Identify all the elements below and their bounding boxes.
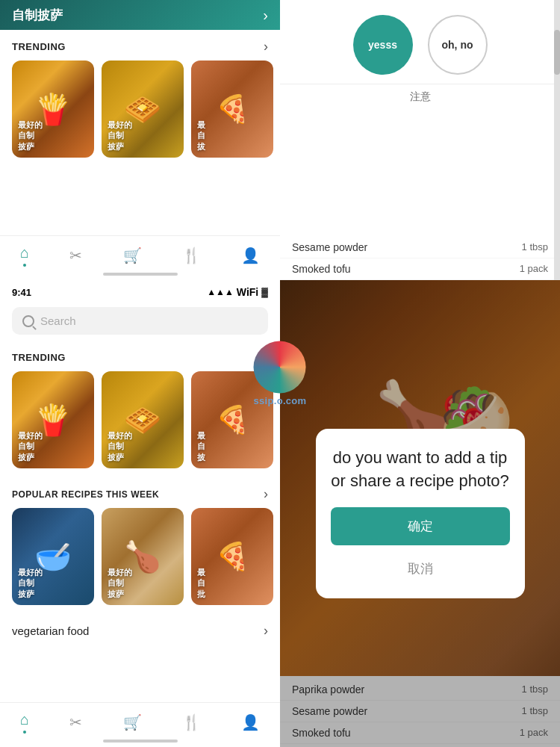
- trending-header: TRENDING ›: [0, 30, 280, 61]
- profile-icon-bl: 👤: [241, 713, 260, 731]
- trending-arrow[interactable]: ›: [264, 39, 268, 55]
- status-time: 9:41: [12, 287, 31, 298]
- nav-home[interactable]: ⌂: [20, 244, 29, 267]
- trending-card-3-label: 最自拔: [197, 120, 205, 152]
- popular-card-3[interactable]: 最自批: [191, 508, 273, 605]
- vegetarian-header: vegetarian food ›: [0, 614, 280, 645]
- home-indicator-bl: [103, 740, 178, 743]
- ingredient-list-tr: Sesame powder 1 tbsp Smoked tofu 1 pack: [280, 237, 560, 280]
- trending-arrow-bl[interactable]: ›: [264, 350, 268, 365]
- recipe-title: 自制披萨: [12, 7, 63, 24]
- nav-profile-bl[interactable]: 👤: [241, 713, 260, 731]
- trending-card-bl-2-label: 最好的自制披萨: [108, 430, 132, 462]
- battery-icon: ▓: [261, 287, 268, 297]
- popular-card-1[interactable]: 最好的自制披萨: [12, 508, 94, 605]
- bottom-right-quadrant: Paprika powder 1 tbsp Sesame powder 1 tb…: [280, 280, 560, 747]
- status-bar: 9:41 ▲▲▲ WiFi ▓: [0, 280, 280, 301]
- bottom-left-quadrant: 9:41 ▲▲▲ WiFi ▓ Search TRENDING › 最好的自制披…: [0, 280, 280, 747]
- nav-home-bl[interactable]: ⌂: [20, 711, 29, 734]
- basket-icon: 🛒: [123, 247, 142, 264]
- yesss-button[interactable]: yesss: [353, 15, 413, 75]
- tip-dialog: do you want to add a tip or share a reci…: [316, 429, 525, 599]
- ingredient-item-2: Smoked tofu 1 pack: [280, 258, 560, 280]
- vegetarian-label: vegetarian food: [12, 624, 89, 637]
- recipe-photo-bg: Paprika powder 1 tbsp Sesame powder 1 tb…: [280, 280, 560, 747]
- profile-icon: 👤: [241, 247, 260, 264]
- app-screen-bl: 9:41 ▲▲▲ WiFi ▓ Search TRENDING › 最好的自制披…: [0, 280, 280, 747]
- confirm-button[interactable]: 确定: [331, 507, 510, 545]
- popular-label: POPULAR RECIPES THIS week: [12, 489, 159, 500]
- fork-icon: 🍴: [182, 247, 201, 264]
- vegetarian-arrow[interactable]: ›: [264, 623, 268, 639]
- home-indicator: [103, 273, 178, 276]
- nav-active-dot: [23, 264, 26, 267]
- trending-card-bl-1-label: 最好的自制披萨: [18, 430, 43, 462]
- search-bar[interactable]: Search: [12, 307, 268, 335]
- trending-card-bl-1[interactable]: 最好的自制披萨: [12, 371, 94, 468]
- dialog-title: do you want to add a tip or share a reci…: [331, 447, 510, 493]
- home-icon: ⌂: [20, 244, 29, 261]
- nav-fork[interactable]: 🍴: [182, 247, 201, 264]
- trending-label-bl: TRENDING: [12, 352, 66, 363]
- ingredient-name-2: Smoked tofu: [292, 263, 351, 275]
- scissors-icon-bl: ✂: [69, 713, 82, 731]
- trending-cards-bl: 最好的自制披萨 最好的自制披萨 最自披: [0, 371, 280, 468]
- trending-card-3[interactable]: 最自拔: [191, 61, 273, 158]
- popular-card-3-label: 最自批: [197, 567, 205, 599]
- trending-card-2-label: 最好的自制披萨: [108, 120, 132, 152]
- popular-card-2-label: 最好的自制披萨: [108, 567, 132, 599]
- nav-basket[interactable]: 🛒: [123, 247, 142, 264]
- basket-icon-bl: 🛒: [123, 713, 142, 731]
- trending-card-1[interactable]: 最好的自制披萨: [12, 61, 94, 158]
- nav-scissors[interactable]: ✂: [69, 247, 82, 264]
- ingredient-item-1: Sesame powder 1 tbsp: [280, 237, 560, 258]
- trending-header-bl: TRENDING ›: [0, 341, 280, 371]
- fork-icon-bl: 🍴: [182, 713, 201, 731]
- cancel-button[interactable]: 取消: [331, 551, 510, 586]
- top-right-quadrant: yesss oh, no 注意 Sesame powder 1 tbsp Smo…: [280, 0, 560, 280]
- search-icon: [22, 315, 34, 327]
- ingredient-name-1: Sesame powder: [292, 241, 367, 253]
- wifi-icon: WiFi: [237, 286, 258, 298]
- trending-card-bl-3[interactable]: 最自披: [191, 371, 273, 468]
- trending-cards-row: 最好的自制披萨 最好的自制披萨 最自拔: [0, 61, 280, 158]
- top-left-quadrant: 自制披萨 › TRENDING › 最好的自制披萨 最好的自制披萨 最自拔 ⌂: [0, 0, 280, 280]
- ohno-button[interactable]: oh, no: [428, 15, 488, 75]
- nav-fork-bl[interactable]: 🍴: [182, 713, 201, 731]
- nav-profile[interactable]: 👤: [241, 247, 260, 264]
- nav-scissors-bl[interactable]: ✂: [69, 713, 82, 731]
- signal-icon: ▲▲▲: [207, 287, 234, 297]
- app-screen-tl: 自制披萨 › TRENDING › 最好的自制披萨 最好的自制披萨 最自拔 ⌂: [0, 0, 280, 280]
- scrollbar-thumb-tr: [554, 30, 560, 75]
- popular-arrow[interactable]: ›: [264, 486, 268, 502]
- ingredient-qty-1: 1 tbsp: [522, 241, 548, 253]
- trending-label: TRENDING: [12, 41, 66, 52]
- ingredient-qty-2: 1 pack: [520, 263, 548, 275]
- nav-dot-bl: [23, 731, 26, 734]
- search-placeholder: Search: [40, 314, 76, 327]
- scissors-icon: ✂: [69, 247, 82, 264]
- popular-header: POPULAR RECIPES THIS week ›: [0, 477, 280, 508]
- popular-card-1-label: 最好的自制披萨: [18, 567, 43, 599]
- scrollbar-tr[interactable]: [554, 0, 560, 280]
- note-label: 注意: [280, 84, 560, 110]
- popular-cards: 最好的自制披萨 最好的自制披萨 最自批: [0, 508, 280, 605]
- trending-card-bl-3-label: 最自披: [197, 430, 205, 462]
- trending-card-1-label: 最好的自制披萨: [18, 120, 43, 152]
- trending-card-2[interactable]: 最好的自制披萨: [102, 61, 184, 158]
- home-icon-bl: ⌂: [20, 711, 29, 728]
- yesno-buttons: yesss oh, no: [292, 15, 548, 75]
- nav-basket-bl[interactable]: 🛒: [123, 713, 142, 731]
- status-icons: ▲▲▲ WiFi ▓: [207, 286, 268, 298]
- trending-card-bl-2[interactable]: 最好的自制披萨: [102, 371, 184, 468]
- dialog-overlay: do you want to add a tip or share a reci…: [280, 280, 560, 747]
- popular-card-2[interactable]: 最好的自制披萨: [102, 508, 184, 605]
- recipe-title-bar: 自制披萨 ›: [0, 0, 280, 30]
- title-arrow: ›: [263, 7, 268, 24]
